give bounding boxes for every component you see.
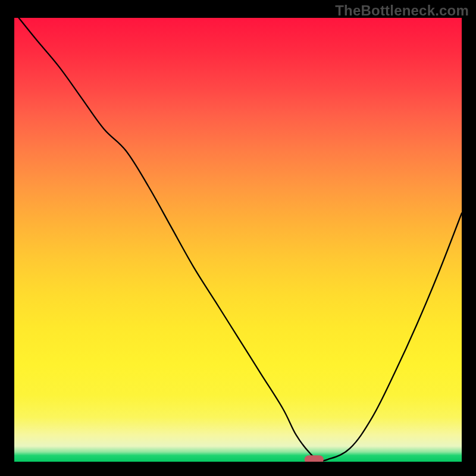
chart-frame: TheBottleneck.com <box>0 0 476 476</box>
plot-area <box>14 18 462 462</box>
bottleneck-curve <box>19 18 462 461</box>
curve-layer <box>14 18 462 462</box>
optimal-marker <box>305 455 324 462</box>
watermark-text: TheBottleneck.com <box>335 2 469 19</box>
